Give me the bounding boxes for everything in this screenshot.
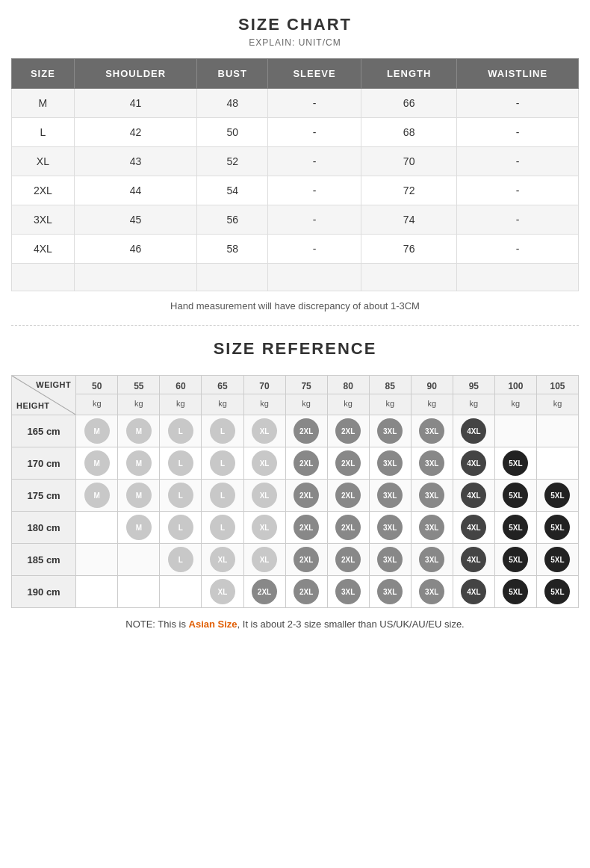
size-bubble: 3XL [377, 579, 403, 604]
size-reference-table: WEIGHT HEIGHT 50556065707580859095100105… [11, 375, 579, 608]
size-cell: 2XL [327, 480, 369, 512]
size-cell: M [118, 447, 160, 480]
size-cell: 3XL [411, 447, 453, 480]
table-cell: 2XL [12, 176, 75, 205]
size-bubble: 4XL [461, 579, 486, 604]
weight-header-cell: 70 [243, 376, 285, 394]
size-bubble: M [126, 483, 152, 508]
size-bubble: M [84, 483, 110, 508]
size-chart-header-cell: SHOULDER [74, 59, 197, 89]
size-cell: 3XL [327, 576, 369, 608]
size-cell: 5XL [494, 512, 536, 544]
size-cell: 3XL [369, 480, 411, 512]
ref-header: WEIGHT HEIGHT 50556065707580859095100105 [12, 376, 579, 394]
table-cell: 68 [361, 118, 456, 147]
table-row: 190 cmXL2XL2XL3XL3XL3XL4XL5XL5XL [12, 576, 579, 608]
size-bubble: 2XL [294, 515, 319, 540]
size-bubble: 2XL [252, 579, 277, 604]
table-cell: - [268, 205, 361, 235]
table-cell [197, 264, 268, 291]
size-cell: XL [243, 415, 285, 447]
kg-label-cell: kg [285, 394, 327, 415]
table-row: 175 cmMMLLXL2XL2XL3XL3XL4XL5XL5XL [12, 480, 579, 512]
table-cell: 43 [74, 147, 197, 176]
size-cell: L [160, 512, 202, 544]
size-cell: 2XL [327, 544, 369, 576]
size-cell [118, 576, 160, 608]
kg-label-cell: kg [453, 394, 494, 415]
weight-header-cell: 100 [494, 376, 536, 394]
table-row: M4148-66- [12, 89, 579, 118]
size-bubble: 4XL [461, 483, 486, 508]
weight-header-cell: 55 [118, 376, 160, 394]
size-cell: 4XL [453, 544, 494, 576]
table-row: 165 cmMMLLXL2XL2XL3XL3XL4XL [12, 415, 579, 447]
size-bubble: 2XL [335, 483, 361, 508]
size-cell: XL [243, 512, 285, 544]
table-cell: 52 [197, 147, 268, 176]
size-cell [536, 415, 578, 447]
size-chart-header-cell: SLEEVE [268, 59, 361, 89]
table-cell: - [457, 147, 579, 176]
table-cell: 72 [361, 176, 456, 205]
size-bubble: L [210, 515, 235, 540]
size-cell [76, 512, 118, 544]
size-chart-subtitle: EXPLAIN: UNIT/CM [11, 37, 579, 48]
size-bubble: 5XL [503, 450, 528, 476]
kg-label-cell: kg [118, 394, 160, 415]
size-bubble: 3XL [377, 515, 403, 540]
size-cell: 3XL [411, 544, 453, 576]
size-cell: 2XL [285, 512, 327, 544]
size-bubble: M [84, 450, 110, 476]
table-cell: - [457, 176, 579, 205]
size-bubble: 4XL [461, 450, 486, 476]
table-row: XL4352-70- [12, 147, 579, 176]
size-bubble: L [210, 450, 235, 476]
size-bubble: M [126, 515, 152, 540]
size-cell [536, 447, 578, 480]
size-cell: 5XL [536, 512, 578, 544]
size-cell: 2XL [243, 576, 285, 608]
size-cell [160, 576, 202, 608]
height-cell: 175 cm [12, 480, 76, 512]
size-cell: XL [202, 576, 243, 608]
table-cell [361, 264, 456, 291]
weight-header-cell: 60 [160, 376, 202, 394]
size-cell: L [202, 480, 243, 512]
size-bubble: 3XL [377, 450, 403, 476]
size-cell: 4XL [453, 576, 494, 608]
table-cell: M [12, 89, 75, 118]
table-cell: 44 [74, 176, 197, 205]
size-cell: 2XL [285, 544, 327, 576]
size-bubble: 4XL [461, 547, 486, 572]
ref-kg-row: kgkgkgkgkgkgkgkgkgkgkgkg [12, 394, 579, 415]
size-cell: 2XL [285, 576, 327, 608]
size-cell: 5XL [494, 480, 536, 512]
table-cell [268, 264, 361, 291]
size-bubble: 3XL [377, 483, 403, 508]
table-cell: - [268, 147, 361, 176]
size-bubble: XL [252, 450, 277, 476]
size-cell: 5XL [494, 447, 536, 480]
size-cell: 3XL [411, 480, 453, 512]
size-cell: M [76, 447, 118, 480]
size-cell: 3XL [411, 512, 453, 544]
table-row: 2XL4454-72- [12, 176, 579, 205]
kg-label-cell: kg [369, 394, 411, 415]
size-cell: M [118, 512, 160, 544]
weight-header-cell: 65 [202, 376, 243, 394]
height-cell: 170 cm [12, 447, 76, 480]
note-highlight: Asian Size [189, 619, 237, 630]
kg-label-cell: kg [494, 394, 536, 415]
size-cell: 3XL [369, 415, 411, 447]
size-bubble: 2XL [294, 579, 319, 604]
size-bubble: XL [210, 547, 235, 572]
table-cell [457, 264, 579, 291]
size-bubble: 2XL [294, 450, 319, 476]
table-cell [74, 264, 197, 291]
table-cell: 42 [74, 118, 197, 147]
table-cell: L [12, 118, 75, 147]
size-bubble: 2XL [294, 418, 319, 444]
note-prefix: NOTE: This is [125, 619, 188, 630]
size-cell: M [118, 415, 160, 447]
